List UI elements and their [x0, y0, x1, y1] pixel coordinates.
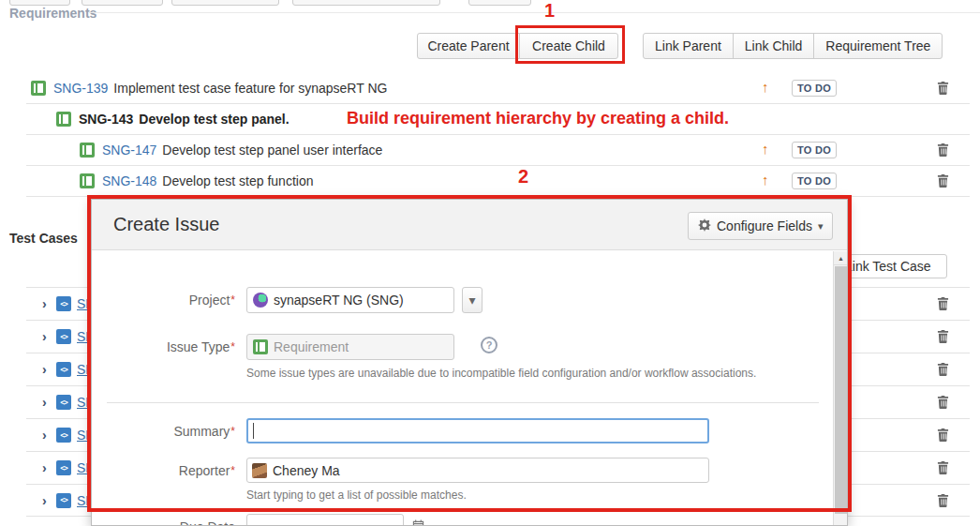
- expand-chevron-icon[interactable]: ›: [42, 395, 53, 410]
- page: Requirements Create Parent Create Child …: [0, 0, 980, 526]
- annotation-note: Build requirement hierarchy by creating …: [347, 109, 729, 128]
- status-badge: TO DO: [792, 80, 837, 97]
- test-case-type-icon: <>: [56, 428, 71, 443]
- status-badge: TO DO: [792, 142, 837, 158]
- link-parent-button[interactable]: Link Parent: [643, 33, 734, 59]
- expand-chevron-icon[interactable]: ›: [42, 460, 53, 475]
- priority-up-icon: ↑: [762, 141, 769, 157]
- requirement-type-icon: [80, 173, 95, 188]
- requirement-type-icon: [31, 81, 46, 96]
- create-issue-dialog: Create Issue Configure Fields ▾ Project*…: [91, 199, 848, 526]
- test-case-type-icon: <>: [56, 395, 71, 410]
- required-marker: *: [230, 464, 235, 477]
- test-case-type-icon: <>: [56, 329, 71, 344]
- test-case-type-icon: <>: [56, 493, 71, 508]
- dialog-title: Create Issue: [113, 214, 219, 235]
- scroll-up-icon[interactable]: ▲: [834, 251, 848, 265]
- requirements-section-title: Requirements: [9, 6, 97, 21]
- link-test-case-button[interactable]: Link Test Case: [837, 254, 947, 278]
- delete-icon[interactable]: [937, 296, 949, 313]
- issue-key-link[interactable]: SNG-148: [102, 173, 156, 188]
- issue-summary: Develop test step function: [162, 173, 313, 188]
- reporter-help-text: Start typing to get a list of possible m…: [246, 488, 467, 502]
- delete-icon[interactable]: [937, 329, 949, 346]
- cut-off-tab[interactable]: [171, 0, 279, 6]
- dialog-scrollbar[interactable]: ▲: [833, 251, 847, 525]
- issue-type-field-row: Issue Type* Requirement ?: [92, 334, 847, 360]
- scrollbar-thumb[interactable]: [835, 266, 847, 514]
- priority-up-icon: ↑: [762, 172, 769, 188]
- help-icon[interactable]: ?: [481, 337, 497, 353]
- requirement-row: SNG-147 Develop test step panel user int…: [26, 135, 970, 166]
- reporter-value: Cheney Ma: [273, 463, 340, 478]
- issue-summary: Implement test case feature for synapseR…: [113, 81, 387, 96]
- annotation-step-2: 2: [518, 166, 528, 188]
- cut-off-tab[interactable]: [292, 0, 440, 6]
- issue-type-help-text: Some issue types are unavailable due to …: [246, 367, 756, 380]
- requirement-type-icon: [80, 143, 95, 158]
- issue-key-link[interactable]: SNG-147: [102, 143, 156, 158]
- expand-chevron-icon[interactable]: ›: [42, 296, 53, 311]
- calendar-icon[interactable]: [412, 519, 424, 526]
- requirement-tree-button[interactable]: Requirement Tree: [813, 33, 943, 59]
- expand-chevron-icon[interactable]: ›: [42, 329, 53, 344]
- expand-chevron-icon[interactable]: ›: [42, 362, 53, 377]
- project-select[interactable]: synapseRT NG (SNG): [246, 287, 454, 313]
- required-marker: *: [230, 340, 235, 353]
- requirements-table: SNG-139 Implement test case feature for …: [26, 73, 970, 197]
- status-badge: TO DO: [792, 173, 837, 189]
- section-divider: [89, 12, 980, 13]
- requirement-type-icon: [56, 112, 71, 127]
- form-divider: [107, 402, 819, 403]
- delete-icon[interactable]: [937, 493, 949, 510]
- reporter-input[interactable]: Cheney Ma: [246, 458, 709, 483]
- issue-type-label: Issue Type*: [92, 334, 235, 360]
- expand-chevron-icon[interactable]: ›: [42, 428, 53, 443]
- project-dropdown-button[interactable]: ▾: [462, 287, 483, 313]
- issue-key: SNG-143: [79, 112, 133, 127]
- chevron-down-icon: ▾: [818, 220, 824, 233]
- issue-type-select: Requirement: [246, 334, 454, 360]
- link-child-button[interactable]: Link Child: [733, 33, 814, 59]
- requirement-row: SNG-139 Implement test case feature for …: [26, 73, 970, 104]
- cut-off-tab[interactable]: [468, 0, 531, 6]
- issue-type-value: Requirement: [274, 339, 349, 354]
- due-date-input[interactable]: [246, 514, 404, 526]
- test-case-type-icon: <>: [56, 362, 71, 377]
- create-parent-button[interactable]: Create Parent: [417, 33, 520, 59]
- priority-up-icon: ↑: [762, 79, 769, 95]
- test-case-type-icon: <>: [56, 460, 71, 475]
- expand-chevron-icon[interactable]: ›: [42, 493, 53, 508]
- test-cases-section-title: Test Cases: [9, 231, 78, 246]
- requirement-row: SNG-148 Develop test step function ↑ TO …: [26, 166, 970, 197]
- annotation-step-1: 1: [544, 0, 555, 22]
- requirement-type-icon: [253, 339, 268, 354]
- summary-input[interactable]: [246, 418, 709, 443]
- link-button-group: Link Parent Link Child Requirement Tree: [643, 33, 943, 59]
- gear-icon: [698, 218, 711, 234]
- create-child-button[interactable]: Create Child: [519, 33, 618, 59]
- issue-key-link[interactable]: SNG-139: [53, 81, 108, 96]
- chevron-down-icon: ▾: [468, 293, 475, 308]
- create-button-group: Create Parent Create Child: [417, 33, 618, 59]
- avatar: [252, 463, 267, 478]
- project-label: Project*: [92, 287, 235, 313]
- issue-summary: Develop test step panel user interface: [162, 143, 382, 158]
- test-case-type-icon: <>: [56, 296, 71, 311]
- dialog-header: Create Issue Configure Fields ▾: [92, 200, 847, 250]
- reporter-label: Reporter*: [92, 458, 235, 484]
- delete-icon[interactable]: [937, 395, 949, 412]
- summary-label: Summary*: [92, 418, 235, 444]
- text-cursor: [253, 423, 254, 439]
- project-field-row: Project* synapseRT NG (SNG) ▾: [92, 287, 847, 313]
- project-avatar: [253, 293, 268, 308]
- project-value: synapseRT NG (SNG): [274, 293, 404, 308]
- delete-icon[interactable]: [937, 173, 949, 190]
- delete-icon[interactable]: [937, 362, 949, 379]
- delete-icon[interactable]: [937, 81, 949, 98]
- delete-icon[interactable]: [937, 460, 949, 477]
- delete-icon[interactable]: [937, 428, 949, 444]
- configure-fields-button[interactable]: Configure Fields ▾: [688, 212, 833, 240]
- required-marker: *: [230, 293, 235, 307]
- delete-icon[interactable]: [937, 143, 949, 159]
